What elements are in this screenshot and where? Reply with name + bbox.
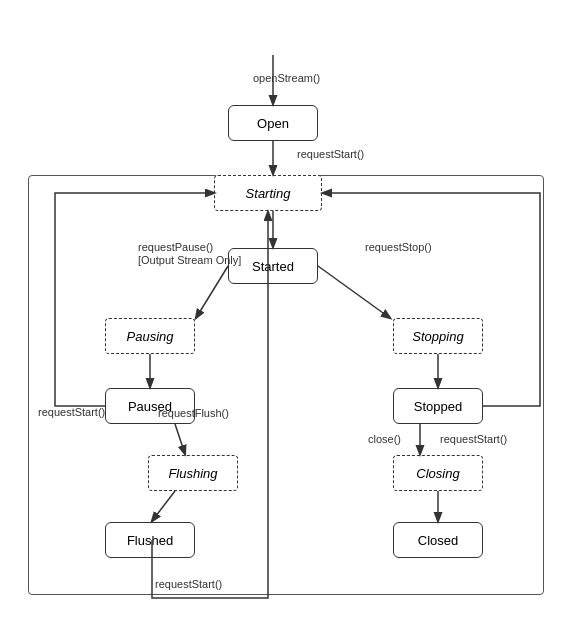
label-outputStreamOnly: [Output Stream Only] xyxy=(138,254,241,266)
state-closed: Closed xyxy=(393,522,483,558)
state-stopped: Stopped xyxy=(393,388,483,424)
label-requestStop: requestStop() xyxy=(365,241,432,253)
state-starting: Starting xyxy=(214,175,322,211)
label-requestPause: requestPause() xyxy=(138,241,213,253)
label-requestStart1: requestStart() xyxy=(297,148,364,160)
state-started: Started xyxy=(228,248,318,284)
state-stopping: Stopping xyxy=(393,318,483,354)
label-openStream: openStream() xyxy=(253,72,320,84)
state-open: Open xyxy=(228,105,318,141)
label-requestStart4: requestStart() xyxy=(155,578,222,590)
label-close: close() xyxy=(368,433,401,445)
state-closing: Closing xyxy=(393,455,483,491)
state-pausing: Pausing xyxy=(105,318,195,354)
label-requestStart3: requestStart() xyxy=(440,433,507,445)
state-diagram: Open Starting Started Pausing Paused Flu… xyxy=(0,0,574,631)
state-flushed: Flushed xyxy=(105,522,195,558)
label-requestStart2: requestStart() xyxy=(38,406,105,418)
state-flushing: Flushing xyxy=(148,455,238,491)
label-requestFlush: requestFlush() xyxy=(158,407,229,419)
